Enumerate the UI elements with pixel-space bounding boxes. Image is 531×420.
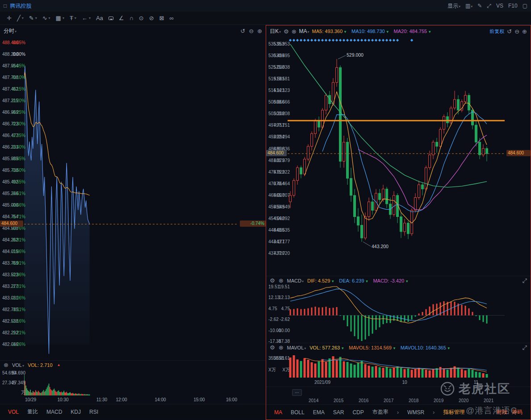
vol-indicator-selector[interactable]: VOL▾ bbox=[12, 362, 24, 368]
more-options-button[interactable]: ⋯ bbox=[292, 389, 302, 396]
dif-value[interactable]: DIF: 4.529▼ bbox=[307, 278, 334, 283]
ma5-value[interactable]: MA5: 493.360▼ bbox=[312, 29, 347, 34]
kline-price-label: 481.379 bbox=[274, 158, 290, 163]
tab-量比[interactable]: 量比 bbox=[27, 408, 38, 416]
mavol10-value[interactable]: MAVOL10: 1640.365▼ bbox=[401, 345, 451, 350]
intraday-chart[interactable]: 488.446488.200487.954487.708487.462487.2… bbox=[0, 37, 266, 360]
fullscreen-icon[interactable]: ⤢ bbox=[487, 3, 491, 9]
delete-drawings-tool[interactable]: ⊠ bbox=[157, 15, 167, 21]
link-charts-tool[interactable]: ∞ bbox=[167, 15, 176, 21]
gann-box-tool[interactable]: ▦▾ bbox=[53, 15, 67, 21]
comment-tool[interactable] bbox=[106, 17, 116, 20]
year-label[interactable]: 2014 bbox=[309, 398, 318, 403]
reset-zoom-icon[interactable]: ↺ bbox=[240, 28, 245, 34]
macd-value[interactable]: MACD: -3.420▼ bbox=[373, 278, 409, 283]
expand-pane-icon[interactable]: ⤢ bbox=[523, 278, 527, 283]
symbol-title[interactable]: 腾讯控股 bbox=[10, 2, 31, 10]
chevron-right-icon[interactable]: › bbox=[433, 409, 435, 416]
trendline-tool[interactable]: ╱▾ bbox=[14, 15, 26, 21]
mavol-chart[interactable]: 3558.61X万 3558.61X万 bbox=[266, 352, 531, 379]
zoom-in-icon[interactable]: ⊕ bbox=[522, 29, 527, 34]
hide-drawings-tool[interactable]: ⊘ bbox=[146, 15, 157, 21]
kline-price-label: 459.549 bbox=[274, 204, 290, 210]
intraday-volume-chart[interactable]: 54.69027.345 54.69027.345万 bbox=[0, 369, 266, 397]
angle-tool[interactable]: ∠ bbox=[116, 15, 127, 21]
time-label: 10 bbox=[402, 380, 407, 385]
display-menu[interactable]: 显示▾ bbox=[447, 2, 460, 10]
edit-icon[interactable]: ✎ bbox=[477, 3, 482, 9]
zoom-out-icon[interactable]: ⊖ bbox=[514, 29, 519, 34]
window-icon[interactable]: ▢ bbox=[523, 3, 527, 9]
vol-value[interactable]: VOL: 577.263▼ bbox=[309, 345, 344, 350]
time-label: 2021/09 bbox=[314, 380, 330, 385]
indicator-settings-icon[interactable]: ⚙ bbox=[270, 345, 275, 350]
crosshair-tool[interactable]: ✛ bbox=[4, 15, 14, 21]
text-tool[interactable]: Aa bbox=[93, 15, 106, 21]
year-label[interactable]: 2021 bbox=[484, 398, 493, 403]
comment-icon bbox=[109, 17, 113, 20]
tab-WMSR[interactable]: WMSR bbox=[407, 409, 424, 416]
chevron-right-icon[interactable]: › bbox=[397, 409, 399, 416]
delete-drawings-icon: ⊠ bbox=[159, 15, 164, 21]
tab-EMA[interactable]: EMA bbox=[313, 409, 325, 416]
chevron-down-icon: ▾ bbox=[89, 16, 91, 20]
pen-tool[interactable]: ✎▾ bbox=[26, 15, 40, 21]
expand-pane-icon[interactable]: ⤢ bbox=[523, 345, 527, 350]
close-indicator-icon[interactable]: ⊗ bbox=[292, 29, 297, 34]
period-selector[interactable]: 分时▾ bbox=[4, 27, 17, 35]
tab-时段[interactable]: 时段 bbox=[497, 408, 507, 416]
macd-axis-right: 19.5112.134.75-2.62-10.00-17.38 bbox=[266, 285, 292, 343]
tab-VOL[interactable]: VOL bbox=[8, 409, 19, 415]
tab-MACD[interactable]: MACD bbox=[46, 409, 62, 415]
tab-筹码[interactable]: 筹码 bbox=[512, 408, 523, 416]
year-label[interactable]: 2017 bbox=[384, 398, 393, 403]
kline-panel: 日K▾ ⚙ ⊗ MA▾ MA5: 493.360▼MA10: 498.730▼M… bbox=[266, 25, 531, 420]
tab-BOLL[interactable]: BOLL bbox=[291, 409, 305, 416]
ma-indicator-selector[interactable]: MA▾ bbox=[299, 28, 309, 34]
tab-CDP[interactable]: CDP bbox=[352, 409, 364, 416]
tab-KDJ[interactable]: KDJ bbox=[71, 409, 81, 415]
close-indicator-icon[interactable]: ⊗ bbox=[279, 345, 284, 350]
value-down-triangle-icon: ▼ bbox=[386, 30, 389, 34]
year-label[interactable]: 2016 bbox=[359, 398, 368, 403]
ma20-value[interactable]: MA20: 484.755▼ bbox=[394, 29, 432, 34]
macd-indicator-selector[interactable]: MACD▾ bbox=[287, 278, 304, 283]
arrow-tool[interactable]: ←▾ bbox=[79, 15, 93, 21]
dea-value[interactable]: DEA: 6.239▼ bbox=[339, 278, 368, 283]
zoom-in-icon[interactable]: ⊕ bbox=[257, 28, 262, 34]
zoom-out-icon[interactable]: ⊖ bbox=[249, 28, 254, 34]
mavol5-value[interactable]: MAVOL5: 1314.569▼ bbox=[349, 345, 396, 350]
year-label[interactable]: 2015 bbox=[334, 398, 343, 403]
close-indicator-icon[interactable]: ⊗ bbox=[279, 278, 284, 283]
kline-period-selector[interactable]: 日K▾ bbox=[270, 28, 281, 35]
adjust-mode-button[interactable]: 前复权 bbox=[489, 28, 504, 35]
value-down-triangle-icon: ▼ bbox=[341, 346, 344, 350]
history-ruler[interactable]: ⋯ 20142015201620172018201920202021 bbox=[266, 387, 531, 404]
kline-chart[interactable]: 535.953530.495525.038519.581514.123508.6… bbox=[266, 37, 531, 276]
anchor-line-tool[interactable]: Ŧ▾ bbox=[67, 15, 79, 21]
year-label[interactable]: 2020 bbox=[459, 398, 468, 403]
indicator-settings-icon[interactable]: ⚙ bbox=[284, 29, 289, 34]
reset-zoom-icon[interactable]: ↺ bbox=[507, 29, 512, 34]
tab-指标管理[interactable]: 指标管理 bbox=[443, 408, 464, 416]
tab-市盈率[interactable]: 市盈率 bbox=[372, 408, 389, 416]
tab-SAR[interactable]: SAR bbox=[333, 409, 344, 416]
magnet-tool[interactable]: ∩ bbox=[126, 15, 136, 21]
wave-tool[interactable]: ∿▾ bbox=[40, 15, 53, 21]
pct-axis-label: -0.66% bbox=[11, 202, 25, 208]
f10-button[interactable]: F10 bbox=[508, 3, 518, 9]
layout-menu[interactable]: ▥▾ bbox=[465, 3, 472, 9]
tab-RSI[interactable]: RSI bbox=[89, 409, 98, 415]
close-indicator-icon[interactable]: ⊗ bbox=[4, 362, 8, 368]
continuous-draw-tool[interactable]: ⊙ bbox=[136, 15, 146, 21]
vs-button[interactable]: VS bbox=[496, 3, 503, 9]
indicator-settings-icon[interactable]: ⚙ bbox=[270, 278, 275, 283]
year-label[interactable]: 2018 bbox=[409, 398, 418, 403]
year-label[interactable]: 2019 bbox=[434, 398, 443, 403]
tab-MA[interactable]: MA bbox=[274, 409, 282, 416]
ma10-value[interactable]: MA10: 498.730▼ bbox=[351, 29, 389, 34]
macd-chart[interactable]: 19.5112.134.75-2.62-10.00-17.38 19.5112.… bbox=[266, 285, 531, 343]
mavol-indicator-selector[interactable]: MAVOL▾ bbox=[287, 345, 306, 350]
svg-text:443.200: 443.200 bbox=[372, 244, 389, 249]
pct-axis-label: -0.15% bbox=[11, 86, 25, 92]
